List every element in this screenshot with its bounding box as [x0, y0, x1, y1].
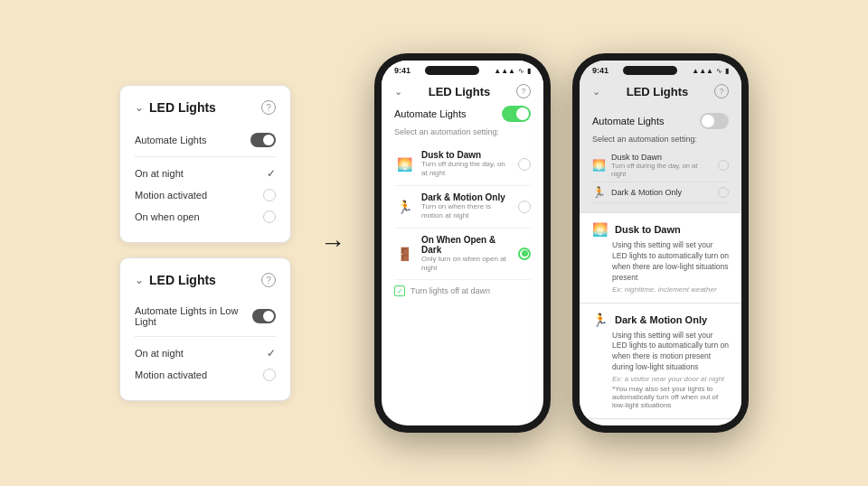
phone-2-automate-label: Automate Lights [592, 116, 665, 126]
phone-1-notch-pill [425, 66, 479, 75]
phone-1-option-1-desc: Turn off during the day, on at night [421, 160, 511, 179]
phone-2-top-option-2-text: Dark & Motion Only [611, 188, 712, 197]
phone-2-title: LED Lights [627, 85, 689, 98]
signal-icon-2: ▲▲▲ [692, 67, 713, 75]
panel-1-radio-2[interactable] [263, 189, 276, 201]
phone-2-detail-2-note: *You may also set your lights to automat… [612, 385, 729, 409]
phone-1-help-icon[interactable]: ? [516, 84, 531, 98]
phone-2-detail-2: 🏃 Dark & Motion Only Using this setting … [580, 303, 741, 419]
battery-icon-2: ▮ [725, 67, 729, 75]
phone-1-checkbox-label: Turn lights off at dawn [410, 286, 490, 295]
panel-1-radio-3[interactable] [263, 210, 276, 223]
phone-2-detail-2-icon: 🏃 [592, 313, 608, 327]
phone-1-option-1[interactable]: 🌅 Dusk to Dawn Turn off during the day, … [394, 144, 531, 186]
phone-2-top-radio-2[interactable] [718, 187, 729, 198]
phone-1-option-3-icon: 🚪 [394, 244, 414, 264]
panel-1-option-2-label: Motion activated [135, 190, 207, 201]
phone-1-option-3[interactable]: 🚪 On When Open & Dark Only turn on when … [394, 229, 531, 281]
phone-2-top-radio-1[interactable] [718, 160, 729, 171]
phone-2-help-icon[interactable]: ? [714, 84, 729, 98]
panel-2-option-2[interactable]: Motion activated [135, 364, 276, 386]
phone-1-option-2-text: Dark & Motion Only Turn on when there is… [421, 192, 511, 221]
panel-2-option-1-label: On at night [135, 348, 184, 359]
panel-2-option-2-label: Motion activated [135, 369, 207, 380]
phone-2-detail-1-ex: Ex: nighttime, inclement weather [612, 285, 729, 294]
phone-2-detail-1-icon: 🌅 [592, 222, 608, 237]
panel-2-toggle[interactable] [252, 309, 276, 323]
phone-1-option-2-title: Dark & Motion Only [421, 192, 511, 202]
phone-1-option-3-desc: Only turn on when open at night [421, 255, 511, 274]
panel-2-option-1[interactable]: On at night ✓ [135, 342, 276, 364]
phone-1-header: ⌄ LED Lights ? [382, 77, 543, 106]
panel-1-option-1-label: On at night [135, 168, 184, 179]
phone-1-option-1-icon: 🌅 [394, 154, 414, 174]
panel-2: ⌄ LED Lights ? Automate Lights in Low Li… [119, 257, 291, 401]
phone-2-detail-2-title: Dark & Motion Only [615, 314, 707, 325]
panel-1-option-3-label: On when open [135, 211, 200, 222]
panel-2-toggle-label: Automate Lights in Low Light [135, 305, 252, 327]
desktop-panels: ⌄ LED Lights ? Automate Lights On at nig… [119, 85, 291, 401]
phone-1-time: 9:41 [394, 66, 410, 75]
phone-1-radio-2[interactable] [518, 201, 531, 213]
phone-1-chevron[interactable]: ⌄ [394, 86, 402, 98]
phone-2-detail-1-desc: Using this setting will set your LED lig… [612, 240, 729, 284]
phone-2-top-option-2-title: Dark & Motion Only [611, 188, 712, 197]
phone-2-chevron[interactable]: ⌄ [592, 86, 600, 98]
panel-2-divider [135, 336, 276, 337]
panel-2-checkmark-1: ✓ [267, 347, 276, 360]
phone-1-option-2-desc: Turn on when there is motion at night [421, 202, 511, 221]
phone-1-radio-3-selected[interactable] [518, 248, 531, 260]
phone-1: 9:41 ▲▲▲ ∿ ▮ ⌄ LED Lights ? Automate Lig… [374, 53, 551, 433]
phone-1-sub-label: Select an automation setting: [394, 127, 531, 136]
phone-2-toggle-gray[interactable] [700, 113, 729, 129]
phone-2-screen: 9:41 ▲▲▲ ∿ ▮ ⌄ LED Lights ? Automate Lig… [580, 61, 741, 425]
phone-2-top-option-1-title: Dusk to Dawn [611, 153, 712, 162]
wifi-icon: ∿ [518, 67, 524, 75]
phone-2-detail-2-desc: Using this setting will set your LED lig… [612, 331, 729, 374]
panel-1-toggle[interactable] [250, 133, 276, 147]
phone-1-screen: 9:41 ▲▲▲ ∿ ▮ ⌄ LED Lights ? Automate Lig… [382, 61, 543, 425]
phone-1-option-2[interactable]: 🏃 Dark & Motion Only Turn on when there … [394, 186, 531, 229]
phone-1-option-1-title: Dusk to Dawn [421, 150, 511, 160]
panel-1-option-3[interactable]: On when open [135, 206, 276, 228]
arrow-icon: → [320, 229, 345, 257]
phone-1-option-3-text: On When Open & Dark Only turn on when op… [421, 235, 511, 274]
phone-1-title: LED Lights [429, 85, 491, 98]
phone-1-checkbox-row: Turn lights off at dawn [394, 280, 531, 302]
phone-2-detail-1-title: Dusk to Dawn [615, 224, 681, 235]
phone-1-toggle-row: Automate Lights [394, 106, 531, 122]
phone-2-detail-1: 🌅 Dusk to Dawn Using this setting will s… [580, 212, 741, 303]
phone-2-top-option-2-icon: 🏃 [592, 186, 606, 199]
phone-2-notch: 9:41 ▲▲▲ ∿ ▮ [580, 61, 741, 77]
panel-1-option-1[interactable]: On at night ✓ [135, 163, 276, 184]
phone-1-radio-1[interactable] [518, 158, 531, 171]
phone-1-toggle-green[interactable] [502, 106, 531, 122]
panel-1-toggle-row: Automate Lights [135, 133, 276, 147]
panel-1-help-icon[interactable]: ? [261, 100, 276, 115]
panel-1-divider [135, 156, 276, 157]
phone-2-detail-1-header: 🌅 Dusk to Dawn [592, 222, 729, 237]
panel-2-header: ⌄ LED Lights ? [135, 273, 276, 294]
wifi-icon-2: ∿ [716, 67, 722, 75]
panel-1-header: ⌄ LED Lights ? [135, 100, 276, 122]
panel-1-option-2[interactable]: Motion activated [135, 184, 276, 206]
phone-2-top-option-2[interactable]: 🏃 Dark & Motion Only [592, 182, 729, 203]
panel-1-header-left: ⌄ LED Lights [135, 100, 216, 115]
panel-2-radio-2[interactable] [263, 369, 276, 381]
phone-1-status-icons: ▲▲▲ ∿ ▮ [494, 67, 531, 75]
phone-1-automate-label: Automate Lights [394, 108, 467, 119]
phone-2-detail-scroll: 🌅 Dusk to Dawn Using this setting will s… [580, 212, 741, 425]
phone-1-notch: 9:41 ▲▲▲ ∿ ▮ [382, 61, 543, 77]
phone-2-top-option-1[interactable]: 🌅 Dusk to Dawn Turn off during the day, … [592, 149, 729, 182]
phone-2-detail-2-header: 🏃 Dark & Motion Only [592, 313, 729, 327]
phone-1-checkbox[interactable] [394, 285, 405, 296]
panel-1-checkmark-1: ✓ [267, 167, 276, 180]
phone-1-option-3-title: On When Open & Dark [421, 235, 511, 255]
phone-2-top-row: Automate Lights [592, 113, 729, 129]
arrow-container: → [313, 229, 353, 257]
phone-2-detail-3: 🚪 On When Open & Dark Using this setting… [580, 418, 741, 425]
phone-2-top: Automate Lights Select an automation set… [580, 106, 741, 212]
panel-2-help-icon[interactable]: ? [261, 273, 276, 287]
phone-2-top-option-1-icon: 🌅 [592, 159, 606, 172]
phone-2-top-option-1-desc: Turn off during the day, on at night [611, 162, 712, 178]
